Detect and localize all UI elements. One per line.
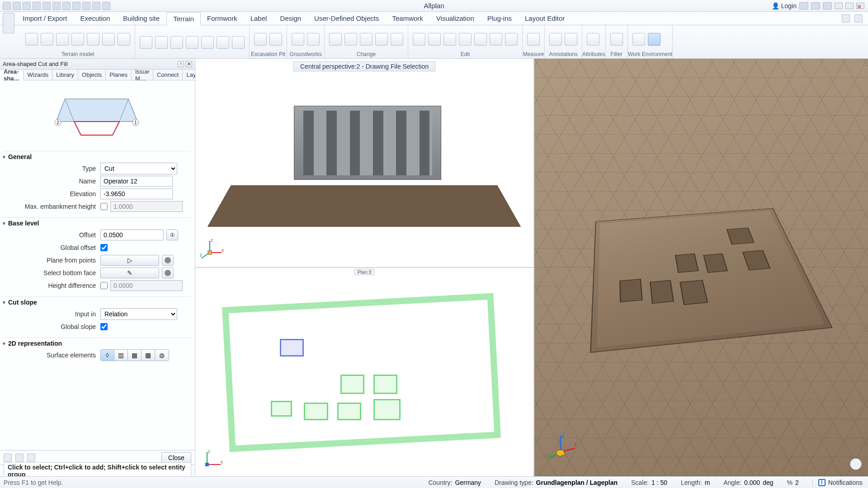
- qat-undo-icon[interactable]: [42, 2, 51, 10]
- pin-icon[interactable]: ⁃: [178, 61, 184, 67]
- section-slope-header[interactable]: Cut slope: [3, 296, 190, 308]
- ribbon-button[interactable]: [505, 33, 518, 46]
- help-icon[interactable]: [823, 2, 832, 9]
- input-in-select[interactable]: Relation: [100, 308, 177, 320]
- viewport-right[interactable]: Central perspective:1 - Drawing File Sel…: [534, 59, 868, 476]
- tab-visualization[interactable]: Visualization: [430, 12, 481, 25]
- ribbon-button[interactable]: [587, 33, 599, 46]
- settings-icon[interactable]: [842, 14, 850, 23]
- ribbon-button[interactable]: [474, 33, 487, 46]
- store-icon[interactable]: [799, 2, 808, 9]
- panel-close-button[interactable]: Close: [161, 452, 191, 463]
- ribbon-button[interactable]: [232, 36, 245, 49]
- offset-input[interactable]: [100, 230, 164, 240]
- section-base-header[interactable]: Base level: [3, 217, 190, 229]
- ribbon-button[interactable]: [459, 33, 472, 46]
- qat-view-icon[interactable]: [92, 2, 100, 10]
- ribbon-button[interactable]: [360, 33, 373, 46]
- tab-import-export[interactable]: Import / Export: [16, 12, 74, 25]
- seg-opt-4[interactable]: ▩: [142, 350, 155, 361]
- qat-print-icon[interactable]: [33, 2, 41, 10]
- qat-window-icon[interactable]: [62, 2, 71, 10]
- ribbon-button[interactable]: [292, 33, 304, 46]
- ribbon-button[interactable]: [648, 33, 660, 46]
- seg-opt-5[interactable]: ◍: [155, 350, 169, 361]
- viewport-top-left[interactable]: Central perspective:2 - Drawing File Sel…: [195, 59, 533, 268]
- seg-opt-3[interactable]: ▦: [128, 350, 142, 361]
- footer-load-icon[interactable]: [4, 454, 12, 462]
- panel-tab-connect[interactable]: Connect: [153, 70, 183, 80]
- panel-close-icon[interactable]: ✕: [186, 61, 192, 67]
- panel-tab-area-sha-[interactable]: Area-sha…: [0, 70, 24, 80]
- qat-paste-icon[interactable]: [82, 2, 90, 10]
- panel-tab-issue-m-[interactable]: Issue M…: [132, 70, 153, 80]
- tab-layout-editor[interactable]: Layout Editor: [519, 12, 571, 25]
- ribbon-button[interactable]: [391, 33, 403, 46]
- tab-terrain[interactable]: Terrain: [166, 12, 201, 25]
- tab-user-defined-objects[interactable]: User-Defined Objects: [308, 12, 386, 25]
- tab-design[interactable]: Design: [274, 12, 308, 25]
- global-offset-checkbox[interactable]: [100, 244, 108, 251]
- ribbon-button[interactable]: [329, 33, 342, 46]
- ribbon-button[interactable]: [565, 33, 577, 46]
- status-country[interactable]: Country:Germany: [428, 479, 481, 486]
- ribbon-button[interactable]: [632, 33, 645, 46]
- panel-tab-objects[interactable]: Objects: [78, 70, 106, 80]
- status-scale[interactable]: Scale:1 : 50: [631, 479, 667, 486]
- maximize-button[interactable]: [845, 3, 854, 9]
- notifications-button[interactable]: Notifications: [812, 479, 863, 486]
- seg-opt-1[interactable]: ◊: [101, 350, 114, 361]
- tab-label[interactable]: Label: [244, 12, 274, 25]
- ribbon-button[interactable]: [443, 33, 456, 46]
- ribbon-button[interactable]: [549, 33, 562, 46]
- ribbon-button[interactable]: [217, 36, 229, 49]
- height-diff-checkbox[interactable]: [100, 282, 108, 289]
- ribbon-button[interactable]: [87, 33, 99, 46]
- ribbon-button[interactable]: [140, 36, 152, 49]
- tab-building-site[interactable]: Building site: [117, 12, 166, 25]
- close-window-button[interactable]: ✕: [856, 3, 864, 9]
- tab-formwork[interactable]: Formwork: [201, 12, 244, 25]
- ribbon-button[interactable]: [527, 33, 540, 46]
- tab-teamwork[interactable]: Teamwork: [386, 12, 429, 25]
- search-icon[interactable]: [854, 14, 863, 23]
- qat-redo-icon[interactable]: [52, 2, 61, 10]
- status-drawing-type[interactable]: Drawing type:Grundlagenplan / Lageplan: [495, 479, 618, 486]
- axis-gizmo-3d-icon[interactable]: z x y: [547, 432, 579, 464]
- cart-icon[interactable]: [811, 2, 820, 9]
- tab-plug-ins[interactable]: Plug-ins: [481, 12, 519, 25]
- axis-gizmo-2d-icon[interactable]: y x: [200, 446, 225, 472]
- select-bottom-face-button[interactable]: ✎: [100, 267, 159, 278]
- panel-tab-wizards[interactable]: Wizards: [24, 70, 52, 80]
- ribbon-button[interactable]: [118, 33, 130, 46]
- ribbon-button[interactable]: [254, 33, 267, 46]
- status-length[interactable]: Length:m: [681, 479, 710, 486]
- ribbon-button[interactable]: [186, 36, 198, 49]
- qat-save-icon[interactable]: [23, 2, 31, 10]
- section-rep-header[interactable]: 2D representation: [3, 338, 190, 349]
- type-select[interactable]: Cut: [100, 163, 177, 174]
- status-angle[interactable]: Angle:0.000deg: [723, 479, 773, 486]
- ribbon-button[interactable]: [428, 33, 441, 46]
- ribbon-button[interactable]: [269, 33, 282, 46]
- minimize-button[interactable]: [835, 3, 843, 9]
- surface-elements-segmented[interactable]: ◊ ▥ ▦ ▩ ◍: [100, 349, 169, 361]
- ribbon-button[interactable]: [102, 33, 115, 46]
- compass-icon[interactable]: [850, 458, 862, 470]
- plane-from-points-button[interactable]: ▷: [100, 255, 159, 266]
- embankment-checkbox[interactable]: [100, 203, 108, 210]
- status-percent[interactable]: %2: [787, 479, 798, 486]
- ribbon-button[interactable]: [170, 36, 183, 49]
- axis-gizmo-icon[interactable]: z x y: [200, 237, 225, 263]
- actionbar-tool-icon[interactable]: [3, 13, 14, 33]
- ribbon-button[interactable]: [71, 33, 84, 46]
- panel-tab-planes[interactable]: Planes: [106, 70, 132, 80]
- ribbon-button[interactable]: [307, 33, 320, 46]
- elevation-input[interactable]: [100, 188, 173, 199]
- global-slope-checkbox[interactable]: [100, 323, 108, 330]
- footer-save-icon[interactable]: [15, 454, 24, 462]
- app-icon[interactable]: [3, 2, 11, 10]
- ribbon-button[interactable]: [25, 33, 38, 46]
- qat-more-icon[interactable]: [102, 2, 110, 10]
- section-general-header[interactable]: General: [3, 151, 190, 162]
